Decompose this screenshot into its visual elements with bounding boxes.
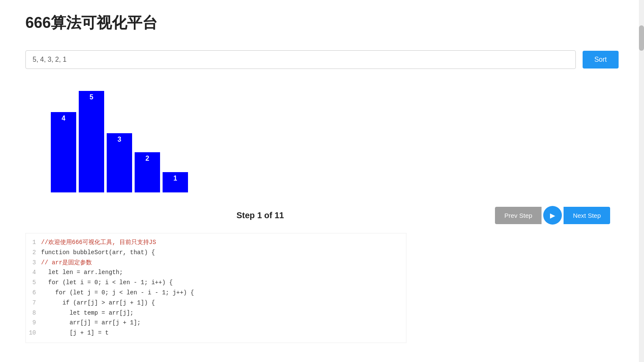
step-label: Step 1 of 11 xyxy=(25,211,495,220)
input-row: Sort xyxy=(25,50,619,69)
line-content: if (arr[j] > arr[j + 1]) { xyxy=(41,298,155,308)
bar: 4 xyxy=(51,112,76,192)
bar-item: 4 xyxy=(51,112,76,192)
play-icon: ▶ xyxy=(550,211,555,219)
code-line: 3// arr是固定参数 xyxy=(26,258,406,268)
code-line: 6 for (let j = 0; j < len - i - 1; j++) … xyxy=(26,288,406,298)
line-number: 9 xyxy=(26,318,41,328)
line-number: 7 xyxy=(26,298,41,308)
line-content: [j + 1] = t xyxy=(41,328,109,338)
bar-value-label: 5 xyxy=(90,93,94,101)
bar-value-label: 4 xyxy=(62,115,66,122)
code-line: 10 [j + 1] = t xyxy=(26,328,406,338)
controls-group: Prev Step ▶ Next Step xyxy=(495,206,610,225)
line-number: 3 xyxy=(26,258,41,268)
bar-chart: 45321 xyxy=(51,82,619,192)
code-line: 9 arr[j] = arr[j + 1]; xyxy=(26,318,406,328)
bar-item: 3 xyxy=(107,133,132,192)
line-number: 2 xyxy=(26,248,41,258)
code-block: 1//欢迎使用666可视化工具, 目前只支持JS2function bubble… xyxy=(25,233,406,343)
line-number: 8 xyxy=(26,308,41,318)
line-content: //欢迎使用666可视化工具, 目前只支持JS xyxy=(41,238,156,248)
line-content: let temp = arr[j]; xyxy=(41,308,133,318)
line-number: 4 xyxy=(26,268,41,278)
step-controls: Step 1 of 11 Prev Step ▶ Next Step xyxy=(25,206,619,225)
code-line: 2function bubbleSort(arr, that) { xyxy=(26,248,406,258)
next-step-button[interactable]: Next Step xyxy=(564,207,610,224)
line-content: for (let i = 0; i < len - 1; i++) { xyxy=(41,278,173,288)
line-number: 5 xyxy=(26,278,41,288)
page-container: 666算法可视化平台 Sort 45321 Step 1 of 11 Prev … xyxy=(0,0,644,356)
line-number: 1 xyxy=(26,238,41,248)
line-number: 10 xyxy=(26,328,41,338)
line-content: function bubbleSort(arr, that) { xyxy=(41,248,155,258)
line-content: // arr是固定参数 xyxy=(41,258,92,268)
prev-step-button[interactable]: Prev Step xyxy=(495,207,542,224)
bar: 5 xyxy=(79,91,104,192)
code-line: 5 for (let i = 0; i < len - 1; i++) { xyxy=(26,278,406,288)
bar-item: 1 xyxy=(163,172,188,192)
code-line: 8 let temp = arr[j]; xyxy=(26,308,406,318)
sort-button[interactable]: Sort xyxy=(583,51,619,69)
bar-value-label: 3 xyxy=(118,136,122,143)
line-number: 6 xyxy=(26,288,41,298)
bar-item: 5 xyxy=(79,91,104,192)
code-line: 4 let len = arr.length; xyxy=(26,268,406,278)
array-input[interactable] xyxy=(25,50,576,69)
code-line: 7 if (arr[j] > arr[j + 1]) { xyxy=(26,298,406,308)
code-line: 1//欢迎使用666可视化工具, 目前只支持JS xyxy=(26,238,406,248)
bar-value-label: 1 xyxy=(174,175,177,182)
line-content: arr[j] = arr[j + 1]; xyxy=(41,318,141,328)
bar: 2 xyxy=(135,152,160,192)
scrollbar-track[interactable] xyxy=(639,0,644,356)
line-content: for (let j = 0; j < len - i - 1; j++) { xyxy=(41,288,194,298)
play-button[interactable]: ▶ xyxy=(543,206,562,225)
bar-value-label: 2 xyxy=(146,155,149,162)
line-content: let len = arr.length; xyxy=(41,268,123,278)
scrollbar-thumb[interactable] xyxy=(639,25,644,51)
app-title: 666算法可视化平台 xyxy=(25,13,619,33)
bar-item: 2 xyxy=(135,152,160,192)
bar: 1 xyxy=(163,172,188,192)
bar: 3 xyxy=(107,133,132,192)
